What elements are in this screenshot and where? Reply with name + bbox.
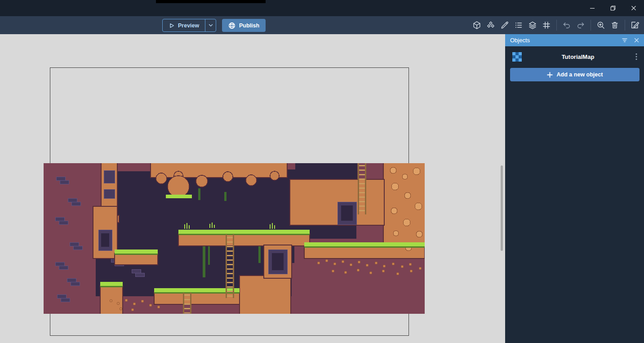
3d-box-icon [472, 21, 481, 30]
close-icon [631, 5, 636, 11]
instances-list-button[interactable] [512, 19, 525, 31]
close-icon [634, 38, 639, 43]
delete-icon [610, 21, 619, 30]
canvas-vertical-scrollbar[interactable] [501, 165, 503, 251]
play-icon [169, 22, 175, 29]
edit-scene-button[interactable] [629, 19, 641, 31]
toolbar-separator [625, 20, 625, 31]
close-panel-button[interactable] [633, 37, 640, 44]
preview-options-button[interactable] [205, 19, 216, 31]
add-new-object-button[interactable]: Add a new object [510, 68, 640, 81]
redo-icon [576, 21, 585, 30]
instances-list-icon [514, 21, 523, 30]
zoom-in-button[interactable] [595, 19, 607, 31]
restore-button[interactable] [603, 0, 623, 16]
preview-button[interactable]: Preview [163, 19, 205, 31]
objects-panel-header: Objects [505, 34, 644, 46]
minimize-icon [590, 5, 595, 11]
application-window: Preview Publish [0, 0, 644, 343]
layers-icon [528, 21, 537, 30]
delete-button[interactable] [608, 19, 621, 31]
zoom-in-icon [596, 21, 605, 30]
tilemap-instance[interactable] [44, 163, 425, 314]
editor-toolbar: Preview Publish [0, 16, 644, 34]
window-controls [582, 0, 644, 16]
undo-icon [562, 21, 571, 30]
objects-panel: Objects TutorialMap Add a new object [505, 34, 644, 343]
edit-properties-button[interactable] [498, 19, 511, 31]
objects-panel-button[interactable] [484, 19, 497, 31]
window-titlebar [0, 0, 644, 16]
redo-button[interactable] [574, 19, 587, 31]
scene-editor-canvas[interactable] [0, 34, 505, 343]
add-new-object-label: Add a new object [557, 71, 603, 78]
object-name: TutorialMap [522, 53, 634, 60]
close-button[interactable] [623, 0, 644, 16]
preview-button-label: Preview [178, 22, 199, 29]
toolbar-right-icons [471, 16, 641, 34]
object-options-button[interactable] [634, 52, 639, 62]
kebab-menu-icon [635, 53, 637, 60]
grid-icon [542, 21, 551, 30]
filter-objects-button[interactable] [621, 36, 629, 44]
publish-button-label: Publish [239, 22, 259, 29]
plus-icon [547, 72, 553, 78]
undo-button[interactable] [560, 19, 573, 31]
minimize-button[interactable] [582, 0, 603, 16]
toolbar-separator [556, 20, 557, 31]
objects-panel-icon [486, 21, 495, 30]
publish-button[interactable]: Publish [222, 19, 266, 32]
restore-icon [610, 5, 616, 11]
toolbar-separator [591, 20, 591, 31]
tilemap-object-icon [512, 52, 522, 62]
edit-properties-icon [500, 21, 509, 30]
edit-scene-icon [630, 20, 640, 30]
objects-panel-title: Objects [510, 37, 616, 44]
layers-button[interactable] [526, 19, 539, 31]
globe-icon [228, 22, 235, 29]
preview-button-group: Preview [162, 19, 216, 32]
3d-box-button[interactable] [471, 19, 483, 31]
object-list-item[interactable]: TutorialMap [505, 49, 644, 64]
grid-button[interactable] [540, 19, 553, 31]
chevron-down-icon [209, 24, 213, 27]
filter-icon [622, 37, 628, 43]
titlebar-tab-strip [156, 0, 266, 3]
